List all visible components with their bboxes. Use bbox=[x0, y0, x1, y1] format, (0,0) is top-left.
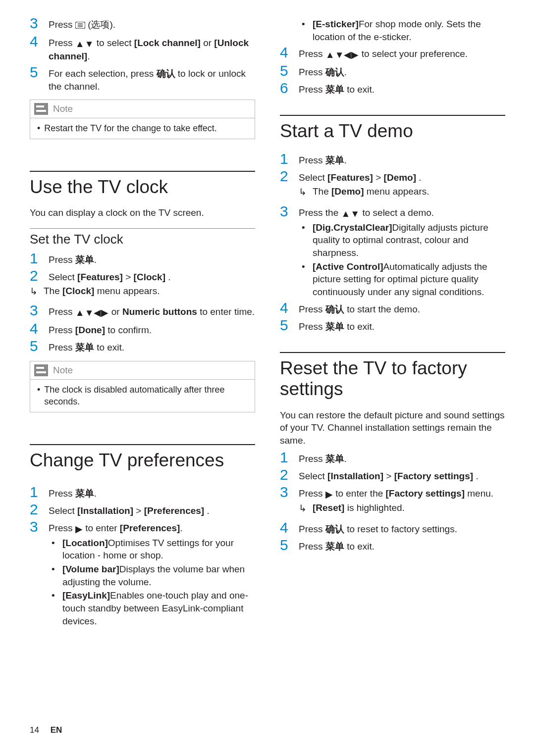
step-5: 5 Press 确认. bbox=[280, 62, 505, 79]
step-text: Select [Features] > [Clock] . bbox=[49, 267, 255, 284]
note-title: Note bbox=[53, 365, 73, 376]
bullet-icon: • bbox=[299, 221, 313, 233]
step-4: 4 Press ▲▼ to select [Lock channel] or [… bbox=[30, 33, 255, 63]
step-number: 2 bbox=[280, 466, 299, 483]
step-text: Press ▶ to enter [Preferences]. bbox=[49, 518, 255, 536]
step-number: 5 bbox=[280, 537, 299, 553]
step-text: Press 菜单 to exit. bbox=[299, 80, 505, 96]
prefs-steps: 1 Press 菜单. 2 Select [Installation] > [P… bbox=[30, 484, 255, 627]
page-content: 3 Press (选项). 4 Press ▲▼ to select [Lock… bbox=[0, 0, 535, 634]
step-text: Press 菜单 to exit. bbox=[49, 338, 255, 354]
prefs-cont-steps: 4 Press ▲▼◀▶ to select your preference. … bbox=[280, 44, 505, 96]
step-1: 1 Press 菜单. bbox=[280, 151, 505, 167]
step-1: 1 Press 菜单. bbox=[30, 250, 255, 266]
bullet-icon: • bbox=[37, 122, 40, 134]
step-text: Select [Features] > [Demo] . bbox=[299, 168, 505, 184]
intro-text: You can restore the default picture and … bbox=[280, 409, 505, 447]
step-2: 2 Select [Installation] > [Factory setti… bbox=[280, 466, 505, 483]
section-change-preferences: Change TV preferences bbox=[30, 444, 255, 471]
step-number: 1 bbox=[30, 250, 49, 266]
item-text: [Active Control]Automatically adjusts th… bbox=[313, 260, 505, 299]
step-text: Press 菜单. bbox=[49, 250, 255, 266]
page-language: EN bbox=[51, 725, 62, 735]
step-text: Press 菜单. bbox=[299, 449, 505, 465]
note-icon bbox=[34, 364, 48, 376]
note-item: • Restart the TV for the change to take … bbox=[37, 122, 248, 134]
list-item: • [E-sticker]For shop mode only. Sets th… bbox=[299, 18, 505, 43]
right-arrow-icon: ▶ bbox=[325, 488, 333, 501]
step-number: 5 bbox=[30, 338, 49, 354]
all-arrows-icon: ▲▼◀▶ bbox=[75, 306, 109, 319]
bullet-icon: • bbox=[37, 384, 40, 396]
section-use-tv-clock: Use the TV clock bbox=[30, 171, 255, 198]
section-reset-factory: Reset the TV to factory settings bbox=[280, 352, 505, 400]
list-item: • [Location]Optimises TV settings for yo… bbox=[49, 537, 255, 562]
step-2: 2 Select [Installation] > [Preferences] … bbox=[30, 501, 255, 517]
step-number: 2 bbox=[30, 267, 49, 284]
up-down-icon: ▲▼ bbox=[341, 207, 360, 220]
step-5: 5 Press 菜单 to exit. bbox=[30, 338, 255, 354]
step-5: 5 Press 菜单 to exit. bbox=[280, 537, 505, 553]
step-number: 1 bbox=[280, 151, 299, 167]
demo-steps: 1 Press 菜单. 2 Select [Features] > [Demo]… bbox=[280, 151, 505, 333]
clock-steps: 1 Press 菜单. 2 Select [Features] > [Clock… bbox=[30, 250, 255, 354]
item-text: [E-sticker]For shop mode only. Sets the … bbox=[313, 18, 505, 43]
bullet-icon: • bbox=[49, 589, 62, 601]
step-6: 6 Press 菜单 to exit. bbox=[280, 80, 505, 96]
step-1: 1 Press 菜单. bbox=[30, 484, 255, 500]
note-box: Note • Restart the TV for the change to … bbox=[30, 100, 255, 139]
step-3: 3 Press ▶ to enter the [Factory settings… bbox=[280, 484, 505, 501]
note-body: • The clock is disabled automatically af… bbox=[30, 379, 255, 412]
step-text: Press 菜单 to exit. bbox=[299, 537, 505, 553]
all-arrows-icon: ▲▼◀▶ bbox=[325, 49, 359, 61]
step-text: Select [Installation] > [Preferences] . bbox=[49, 501, 255, 517]
step-4: 4 Press 确认 to reset to factory settings. bbox=[280, 519, 505, 536]
left-column: 3 Press (选项). 4 Press ▲▼ to select [Lock… bbox=[30, 15, 255, 634]
result-arrow-icon: ↳ bbox=[299, 502, 313, 514]
step-4: 4 Press 确认 to start the demo. bbox=[280, 300, 505, 316]
subsection-set-clock: Set the TV clock bbox=[30, 228, 255, 247]
step-number: 5 bbox=[280, 317, 299, 333]
step-text: Press ▲▼ to select [Lock channel] or [Un… bbox=[49, 33, 255, 63]
note-header: Note bbox=[30, 361, 255, 379]
step-number: 5 bbox=[30, 64, 49, 80]
result-text: The [Clock] menu appears. bbox=[44, 285, 255, 298]
note-item: • The clock is disabled automatically af… bbox=[37, 384, 248, 408]
right-column: • [E-sticker]For shop mode only. Sets th… bbox=[280, 15, 505, 634]
step-number: 1 bbox=[280, 449, 299, 465]
note-body: • Restart the TV for the change to take … bbox=[30, 118, 255, 138]
step-text: Press (选项). bbox=[49, 15, 255, 32]
step-number: 4 bbox=[280, 519, 299, 536]
step-text: Press 确认. bbox=[299, 62, 505, 79]
step-number: 4 bbox=[280, 44, 299, 60]
step-number: 5 bbox=[280, 62, 299, 79]
step-text: Press ▲▼◀▶ to select your preference. bbox=[299, 44, 505, 61]
step-5: 5 For each selection, press 确认 to lock o… bbox=[30, 64, 255, 93]
step-number: 6 bbox=[280, 80, 299, 96]
step-number: 4 bbox=[30, 33, 49, 50]
note-header: Note bbox=[30, 100, 255, 118]
list-item: • [EasyLink]Enables one-touch play and o… bbox=[49, 589, 255, 627]
step-text: Press 菜单 to exit. bbox=[299, 317, 505, 333]
intro-text: You can display a clock on the TV screen… bbox=[30, 206, 255, 219]
demo-sublist: • [Dig.CrystalClear]Digitally adjusts pi… bbox=[299, 221, 505, 299]
note-box: Note • The clock is disabled automatical… bbox=[30, 361, 255, 412]
step-text: Press [Done] to confirm. bbox=[49, 320, 255, 337]
bullet-icon: • bbox=[49, 537, 62, 549]
step-text: For each selection, press 确认 to lock or … bbox=[49, 64, 255, 93]
step-text: Press 菜单. bbox=[299, 151, 505, 167]
item-text: [Location]Optimises TV settings for your… bbox=[62, 537, 255, 562]
step-text: Press ▶ to enter the [Factory settings] … bbox=[299, 484, 505, 501]
list-item: • [Dig.CrystalClear]Digitally adjusts pi… bbox=[299, 221, 505, 259]
list-item: • [Active Control]Automatically adjusts … bbox=[299, 260, 505, 299]
step-1: 1 Press 菜单. bbox=[280, 449, 505, 465]
step-2: 2 Select [Features] > [Demo] . bbox=[280, 168, 505, 184]
result-text: The [Demo] menu appears. bbox=[313, 185, 505, 198]
step-text: Press 菜单. bbox=[49, 484, 255, 500]
step-number: 3 bbox=[30, 302, 49, 318]
bullet-icon: • bbox=[299, 18, 313, 30]
step-number: 4 bbox=[280, 300, 299, 316]
bullet-icon: • bbox=[49, 563, 62, 575]
bullet-icon: • bbox=[299, 260, 313, 272]
step-number: 3 bbox=[30, 518, 49, 535]
